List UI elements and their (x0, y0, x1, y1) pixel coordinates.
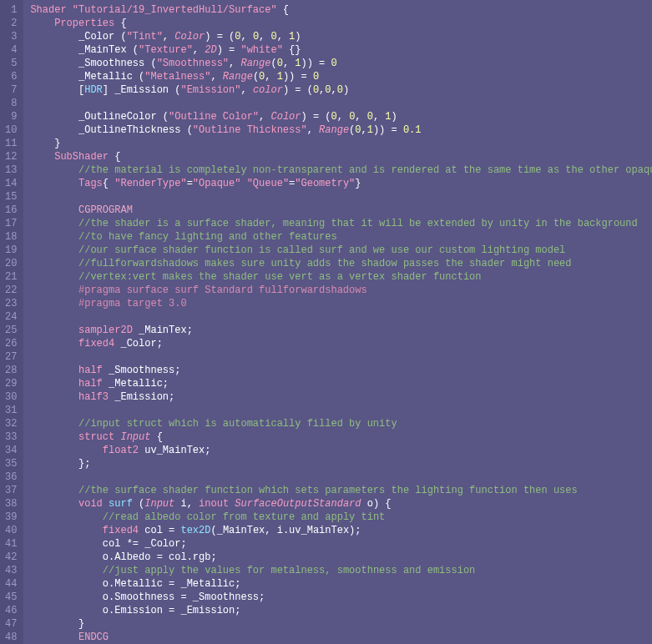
token-type: Color (270, 111, 301, 123)
token-whi (30, 511, 102, 523)
token-whi: o) { (361, 498, 392, 510)
token-whi: , (361, 124, 367, 136)
code-line[interactable]: _OutlineColor ("Outline Color", Color) =… (30, 110, 652, 123)
code-line[interactable]: _OutlineThickness ("Outline Thickness", … (30, 123, 652, 137)
code-line[interactable]: o.Metallic = _Metallic; (30, 577, 652, 591)
token-whi: , (259, 111, 270, 123)
code-line[interactable]: fixed4 _Color; (30, 337, 652, 350)
token-num: 0 (337, 84, 343, 96)
code-line[interactable]: sampler2D _MainTex; (30, 324, 652, 337)
token-whi: , (229, 58, 240, 69)
token-num: 0 (355, 124, 361, 136)
code-line[interactable]: Properties { (30, 17, 652, 30)
token-whi: ) (392, 111, 397, 123)
token-whi: _MainTex; (133, 325, 193, 336)
line-number: 41 (5, 537, 17, 551)
token-whi: {} (283, 44, 301, 56)
code-line[interactable]: #pragma surface surf Standard fullforwar… (30, 284, 652, 297)
code-line[interactable]: o.Albedo = col.rgb; (30, 551, 652, 564)
code-line[interactable] (30, 350, 652, 364)
code-line[interactable]: Tags{ "RenderType"="Opaque" "Queue"="Geo… (30, 177, 652, 190)
code-line[interactable]: col *= _Color; (30, 537, 652, 551)
code-line[interactable]: float2 uv_MainTex; (30, 444, 652, 457)
token-kw: sampler2D (78, 325, 133, 336)
code-line[interactable]: half _Metallic; (30, 377, 652, 390)
token-dir: CGPROGRAM (78, 204, 133, 216)
code-line[interactable]: } (30, 617, 652, 631)
code-line[interactable]: _Color ("Tint", Color) = (0, 0, 0, 1) (30, 30, 652, 43)
code-line[interactable] (30, 470, 652, 484)
code-line[interactable]: //the shader is a surface shader, meanin… (30, 217, 652, 230)
code-line[interactable]: ENDCG (30, 631, 652, 644)
token-whi: i, (174, 498, 199, 510)
token-kw: Properties (54, 18, 114, 29)
line-number: 13 (5, 164, 17, 177)
code-line[interactable] (30, 404, 652, 417)
token-whi: uv_MainTex; (139, 445, 210, 456)
token-whi: , (259, 31, 270, 43)
code-line[interactable]: _Metallic ("Metalness", Range(0, 1)) = 0 (30, 70, 652, 83)
line-number: 35 (5, 457, 17, 470)
token-whi: col *= _Color; (30, 538, 186, 550)
code-line[interactable]: half3 _Emission; (30, 390, 652, 404)
code-line[interactable] (30, 190, 652, 204)
token-whi (30, 244, 78, 256)
code-line[interactable]: //the material is completely non-transpa… (30, 164, 652, 177)
code-line[interactable]: #pragma target 3.0 (30, 297, 652, 310)
code-line[interactable]: //vertex:vert makes the shader use vert … (30, 270, 652, 284)
line-number: 12 (5, 150, 17, 164)
token-type: SurfaceOutputStandard (235, 498, 361, 510)
token-str: "Tint" (127, 31, 163, 43)
code-line[interactable]: SubShader { (30, 150, 652, 164)
token-kw: half (78, 365, 103, 376)
line-number: 34 (5, 444, 17, 457)
code-line[interactable] (30, 97, 652, 110)
code-line[interactable]: //read albedo color from texture and app… (30, 511, 652, 524)
code-line[interactable]: [HDR] _Emission ("Emission", color) = (0… (30, 83, 652, 97)
code-line[interactable]: Shader "Tutorial/19_InvertedHull/Surface… (30, 3, 652, 17)
line-number: 31 (5, 404, 17, 417)
code-line[interactable]: //fullforwardshadows makes sure unity ad… (30, 257, 652, 270)
token-fn: tex2D (180, 525, 210, 536)
code-line[interactable]: _MainTex ("Texture", 2D) = "white" {} (30, 43, 652, 57)
token-whi: )) = (301, 58, 331, 69)
code-editor[interactable]: Shader "Tutorial/19_InvertedHull/Surface… (23, 0, 652, 644)
line-number: 4 (5, 43, 17, 57)
line-number: 5 (5, 57, 17, 70)
code-line[interactable]: o.Emission = _Emission; (30, 604, 652, 617)
token-whi: , (163, 31, 174, 43)
code-line[interactable]: //our surface shader function is called … (30, 244, 652, 257)
code-line[interactable]: //to have fancy lighting and other featu… (30, 230, 652, 244)
code-line[interactable]: o.Smoothness = _Smoothness; (30, 591, 652, 604)
line-number: 23 (5, 297, 17, 310)
line-number: 33 (5, 430, 17, 444)
code-line[interactable] (30, 310, 652, 324)
code-line[interactable]: } (30, 137, 652, 150)
line-number: 16 (5, 204, 17, 217)
code-line[interactable]: //the surface shader function which sets… (30, 484, 652, 497)
line-number: 30 (5, 390, 17, 404)
code-line[interactable]: half _Smoothness; (30, 364, 652, 377)
code-line[interactable]: fixed4 col = tex2D(_MainTex, i.uv_MainTe… (30, 524, 652, 537)
code-line[interactable]: //just apply the values for metalness, s… (30, 564, 652, 577)
code-line[interactable]: CGPROGRAM (30, 204, 652, 217)
token-whi: [ (30, 84, 84, 96)
token-num: 0 (367, 111, 373, 123)
token-whi: _Metallic ( (30, 71, 144, 83)
line-number: 11 (5, 137, 17, 150)
code-line[interactable]: _Smoothness ("Smoothness", Range(0, 1)) … (30, 57, 652, 70)
line-number: 27 (5, 350, 17, 364)
token-whi (30, 231, 78, 243)
line-number: 9 (5, 110, 17, 123)
token-whi: , (193, 44, 205, 56)
code-line[interactable]: struct Input { (30, 430, 652, 444)
token-whi (30, 445, 102, 456)
token-kw: float2 (103, 445, 139, 456)
token-whi (30, 365, 78, 376)
code-line[interactable]: }; (30, 457, 652, 470)
line-number: 7 (5, 83, 17, 97)
code-line[interactable]: //input struct which is automatically fi… (30, 417, 652, 430)
code-line[interactable]: void surf (Input i, inout SurfaceOutputS… (30, 497, 652, 511)
token-whi (30, 18, 54, 29)
token-num: 0 (253, 31, 259, 43)
